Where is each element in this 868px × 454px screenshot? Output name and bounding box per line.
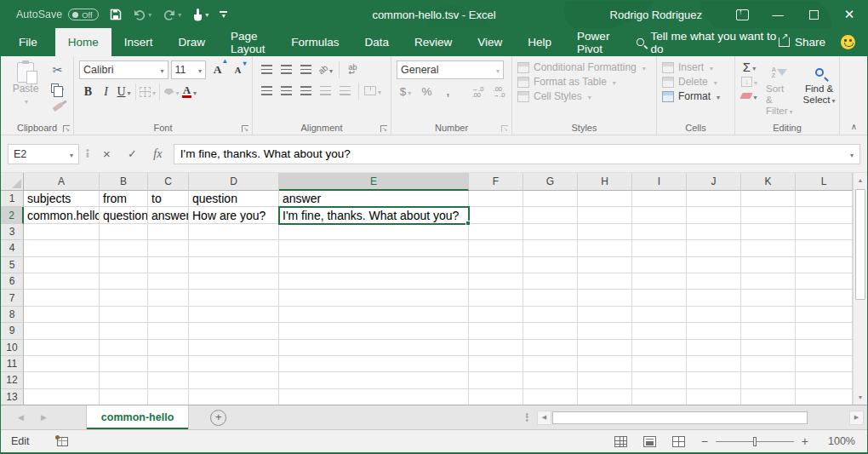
cell-L11[interactable] <box>796 356 853 372</box>
zoom-slider-thumb[interactable] <box>753 437 757 446</box>
cell-K3[interactable] <box>741 224 796 240</box>
cell-H1[interactable] <box>578 191 632 207</box>
scroll-down-arrow[interactable]: ▼ <box>854 390 867 405</box>
format-painter-button[interactable] <box>49 98 66 116</box>
cell-K11[interactable] <box>741 356 796 372</box>
row-header-4[interactable]: 4 <box>1 240 24 256</box>
cell-C3[interactable] <box>148 224 189 240</box>
borders-button[interactable] <box>139 83 157 101</box>
cell-G12[interactable] <box>523 372 578 388</box>
cell-E12[interactable] <box>279 372 469 388</box>
underline-dropdown-icon[interactable] <box>126 86 131 98</box>
undo-dropdown-icon[interactable]: ▾ <box>148 11 151 19</box>
cell-D6[interactable] <box>189 273 279 290</box>
select-all-corner[interactable] <box>1 173 24 191</box>
redo-button[interactable]: ▾ <box>163 9 181 20</box>
ribbon-display-options-button[interactable] <box>724 1 760 28</box>
cell-I4[interactable] <box>632 240 687 256</box>
column-header-J[interactable]: J <box>687 173 741 191</box>
scroll-left-arrow[interactable]: ◀ <box>537 411 551 425</box>
tab-file[interactable]: File <box>1 28 55 56</box>
cell-B1[interactable]: from <box>100 191 148 207</box>
cell-I3[interactable] <box>632 224 687 240</box>
cell-A6[interactable] <box>24 273 100 290</box>
cell-K12[interactable] <box>741 372 796 388</box>
sort-filter-button[interactable]: AZ Sort & Filter <box>763 60 796 120</box>
minimize-button[interactable]: — <box>760 1 796 28</box>
touch-mouse-mode-button[interactable]: ▾ <box>192 9 208 21</box>
align-right-button[interactable] <box>297 82 315 100</box>
cell-F11[interactable] <box>469 356 523 372</box>
cell-G4[interactable] <box>523 240 578 256</box>
column-header-G[interactable]: G <box>523 173 578 191</box>
cell-A11[interactable] <box>24 356 100 372</box>
prev-sheet-arrow[interactable]: ◀ <box>18 413 24 422</box>
touch-mode-dropdown-icon[interactable]: ▾ <box>205 11 208 19</box>
macro-record-button[interactable] <box>57 437 68 446</box>
increase-indent-button[interactable] <box>336 82 354 100</box>
underline-button[interactable]: U <box>115 83 133 101</box>
font-dialog-launcher[interactable] <box>242 125 248 132</box>
cell-G7[interactable] <box>523 290 578 306</box>
cell-A12[interactable] <box>24 372 100 388</box>
horizontal-scroll-thumb[interactable] <box>552 411 808 424</box>
increase-font-size-button[interactable]: A <box>208 61 226 79</box>
enter-button[interactable]: ✓ <box>123 144 142 164</box>
cell-F2[interactable] <box>469 207 523 223</box>
italic-button[interactable]: I <box>97 83 115 101</box>
cell-L8[interactable] <box>796 307 853 323</box>
cell-G11[interactable] <box>523 356 578 372</box>
cell-H2[interactable] <box>578 207 632 223</box>
number-format-combo[interactable]: General <box>397 60 504 79</box>
cell-F6[interactable] <box>469 273 523 290</box>
clipboard-dialog-launcher[interactable] <box>63 125 70 132</box>
fill-dropdown-icon[interactable] <box>752 76 757 88</box>
cell-C6[interactable] <box>148 273 189 290</box>
cell-G3[interactable] <box>523 224 578 240</box>
cell-H4[interactable] <box>578 240 632 256</box>
cell-G6[interactable] <box>523 273 578 290</box>
cell-B11[interactable] <box>100 356 148 372</box>
zoom-slider[interactable] <box>716 441 794 442</box>
cell-A5[interactable] <box>24 257 100 273</box>
cell-G9[interactable] <box>523 323 578 339</box>
cell-B9[interactable] <box>100 323 148 339</box>
cell-D11[interactable] <box>189 356 279 372</box>
cell-B13[interactable] <box>100 389 148 405</box>
redo-dropdown-icon[interactable]: ▾ <box>178 11 181 19</box>
cell-H9[interactable] <box>578 323 632 339</box>
cell-K5[interactable] <box>741 257 796 273</box>
cell-B5[interactable] <box>100 257 148 273</box>
insert-cells-button[interactable]: Insert <box>662 61 720 73</box>
cell-E10[interactable] <box>279 340 469 356</box>
cell-B12[interactable] <box>100 372 148 388</box>
cell-C12[interactable] <box>148 372 189 388</box>
cell-F13[interactable] <box>469 389 523 405</box>
cell-L12[interactable] <box>796 372 853 388</box>
column-header-L[interactable]: L <box>796 173 853 191</box>
cell-K13[interactable] <box>741 389 796 405</box>
paste-dropdown-icon[interactable] <box>23 95 28 106</box>
bold-button[interactable]: B <box>79 83 97 101</box>
clear-button[interactable] <box>740 89 758 102</box>
accounting-format-button[interactable]: $ <box>397 83 414 101</box>
formula-bar-resize-handle[interactable]: ••• <box>85 149 91 158</box>
column-header-C[interactable]: C <box>148 173 189 191</box>
fill-color-button[interactable] <box>163 83 180 101</box>
cell-K6[interactable] <box>741 273 796 290</box>
cell-C2[interactable]: answer <box>148 207 189 223</box>
tab-home[interactable]: Home <box>55 28 111 56</box>
cell-F5[interactable] <box>469 257 523 273</box>
align-left-button[interactable] <box>258 82 276 100</box>
tab-data[interactable]: Data <box>352 28 403 56</box>
cell-J4[interactable] <box>687 240 741 256</box>
cell-A4[interactable] <box>24 240 100 256</box>
cell-D5[interactable] <box>189 257 279 273</box>
cell-H13[interactable] <box>578 389 632 405</box>
cell-G1[interactable] <box>523 191 578 207</box>
cell-F3[interactable] <box>469 224 523 240</box>
tell-me-box[interactable]: Tell me what you want to do <box>637 28 779 56</box>
cell-I2[interactable] <box>632 207 687 223</box>
tab-formulas[interactable]: Formulas <box>278 28 351 56</box>
cell-J8[interactable] <box>687 307 741 323</box>
